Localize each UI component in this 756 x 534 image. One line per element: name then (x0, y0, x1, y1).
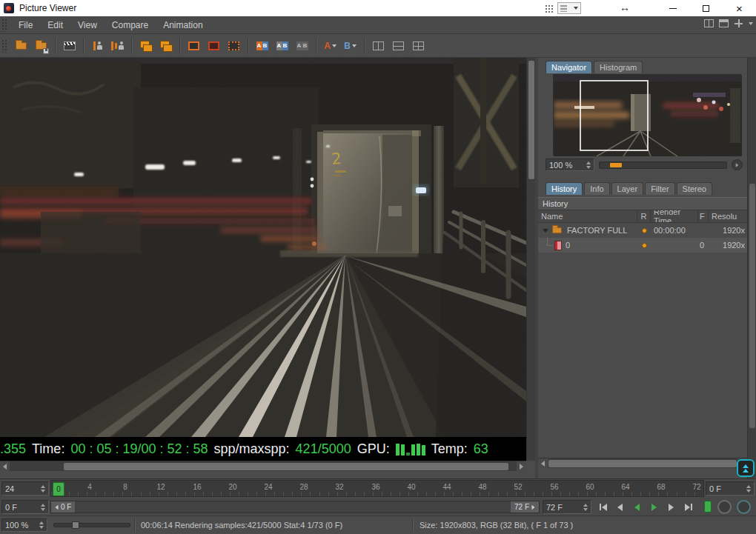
history-vertical-scrollbar[interactable] (747, 58, 756, 478)
spinner-arrows-icon[interactable] (586, 161, 591, 169)
play-forward-button[interactable] (646, 499, 663, 515)
scroll-left-arrow[interactable] (0, 461, 10, 472)
scroll-left-arrow[interactable] (538, 458, 548, 469)
spinner-arrows-icon[interactable] (41, 485, 45, 493)
make-preview-button[interactable] (59, 36, 79, 56)
scrollbar-thumb[interactable] (548, 460, 737, 467)
scrollbar-thumb[interactable] (528, 61, 534, 179)
history-horizontal-scrollbar[interactable] (538, 458, 747, 468)
viewport-vertical-scrollbar[interactable] (526, 58, 535, 461)
spinner-arrows-icon[interactable] (39, 521, 44, 529)
region-render-button[interactable] (184, 36, 204, 56)
dock-move-icon[interactable] (734, 19, 743, 28)
dock-maximize-icon[interactable] (719, 19, 729, 27)
workspace-grid-icon[interactable] (545, 4, 553, 13)
column-render-time[interactable]: Render Time (651, 210, 698, 222)
column-f[interactable]: F (698, 210, 709, 222)
previous-frame-button[interactable] (611, 499, 629, 515)
history-section-header: History (538, 197, 747, 210)
compare-quad-button[interactable] (408, 36, 428, 56)
toolbar-grip[interactable] (1, 39, 8, 53)
tab-layer[interactable]: Layer (611, 182, 644, 195)
history-row-factory-full[interactable]: FACTORY FULL 00:00:00 1920x (538, 223, 747, 238)
navigator-thumbnail[interactable] (553, 74, 741, 156)
spinner-arrows-icon[interactable] (583, 504, 588, 511)
range-end-handle[interactable]: 72 F (511, 501, 539, 513)
column-resolution[interactable]: Resolu (709, 210, 747, 222)
timeline-ruler[interactable]: 0 4 8 12 16 20 24 28 32 36 40 44 48 52 5… (50, 480, 704, 497)
ruler-end-value: 0 F (709, 484, 721, 493)
layer-stack-a-button[interactable] (136, 36, 156, 56)
keyframe-bar-icon[interactable] (704, 501, 712, 513)
compare-vertical-button[interactable] (368, 36, 388, 56)
save-button[interactable] (31, 36, 51, 56)
compare-ab-off-button[interactable]: AB (292, 36, 312, 56)
goto-start-button[interactable] (594, 499, 611, 515)
range-start-handle[interactable]: 0 F (51, 501, 75, 513)
column-name[interactable]: Name (538, 210, 637, 222)
statusbar-zoom-slider[interactable] (53, 523, 130, 527)
scroll-right-arrow[interactable] (517, 461, 526, 472)
maximize-button[interactable] (689, 0, 723, 16)
titlebar[interactable]: Picture Viewer ↔ × (0, 0, 756, 16)
dock-split-icon[interactable] (704, 19, 714, 27)
timeline-playhead[interactable]: 0 (53, 482, 64, 496)
spinner-arrows-icon[interactable] (746, 485, 751, 493)
set-image-a-button[interactable]: A (320, 36, 340, 56)
rendered-image[interactable]: 2 (0, 58, 526, 437)
menubar-grip[interactable] (1, 19, 8, 32)
tab-filter[interactable]: Filter (645, 182, 674, 195)
next-frame-button[interactable] (663, 499, 680, 515)
expand-arrow-icon[interactable] (543, 229, 548, 233)
tab-histogram[interactable]: Histogram (594, 61, 643, 73)
slider-thumb[interactable] (72, 521, 79, 529)
statusbar-zoom-field[interactable]: 100 % (1, 518, 47, 532)
range-end-field[interactable]: 72 F (543, 500, 591, 514)
region-marquee-button[interactable] (204, 36, 224, 56)
fps-field[interactable]: 24 (1, 481, 49, 495)
play-backward-button[interactable] (629, 499, 646, 515)
menu-compare[interactable]: Compare (105, 16, 156, 34)
navigator-zoom-field[interactable]: 100 % (546, 158, 594, 171)
tab-stereo[interactable]: Stereo (677, 182, 712, 195)
compare-ab-color-button[interactable]: AB (252, 36, 272, 56)
menu-edit[interactable]: Edit (40, 16, 70, 34)
ram-player-button[interactable] (87, 36, 107, 56)
record-button[interactable] (717, 500, 732, 514)
preview-range-slider[interactable]: 0 F 72 F (50, 501, 540, 513)
history-row-0[interactable]: 0 0 1920x (538, 238, 747, 253)
compare-horizontal-button[interactable] (388, 36, 408, 56)
scrollbar-thumb[interactable] (749, 184, 755, 428)
ruler-end-field[interactable]: 0 F (706, 481, 755, 495)
menu-file[interactable]: File (11, 16, 40, 34)
goto-end-button[interactable] (680, 499, 697, 515)
set-image-b-button[interactable]: B (340, 36, 360, 56)
open-button[interactable] (11, 36, 31, 56)
minimize-button[interactable] (656, 0, 689, 16)
close-button[interactable]: × (723, 0, 756, 16)
panel-menu-chevron-icon[interactable] (749, 22, 753, 25)
column-r[interactable]: R (637, 210, 651, 222)
loop-button[interactable] (737, 500, 751, 514)
region-clear-button[interactable] (224, 36, 244, 56)
navigator-zoom-slider[interactable] (599, 161, 727, 169)
layout-dropdown[interactable] (557, 2, 581, 14)
viewport-horizontal-scrollbar[interactable] (0, 461, 526, 471)
render-viewport[interactable]: 2 (0, 58, 526, 461)
spinner-arrows-icon[interactable] (41, 504, 45, 511)
menu-animation[interactable]: Animation (156, 16, 210, 34)
zoom-slider-thumb[interactable] (610, 163, 622, 167)
expand-panel-button[interactable] (737, 459, 755, 477)
navigator-zoom-button[interactable] (732, 159, 743, 170)
tab-navigator[interactable]: Navigator (546, 61, 592, 73)
tab-history[interactable]: History (546, 182, 583, 195)
menu-view[interactable]: View (70, 16, 105, 34)
current-frame-field[interactable]: 0 F (1, 500, 49, 514)
layer-stack-b-button[interactable] (156, 36, 176, 56)
compare-ab-split-button[interactable]: AB (272, 36, 292, 56)
image-size-text: Size: 1920x803, RGB (32 Bit), ( F 1 of 7… (420, 521, 573, 530)
history-tabbar: History Info Layer Filter Stereo (546, 182, 712, 195)
tab-info[interactable]: Info (584, 182, 609, 195)
scrollbar-thumb[interactable] (64, 463, 508, 470)
team-render-button[interactable] (107, 36, 127, 56)
